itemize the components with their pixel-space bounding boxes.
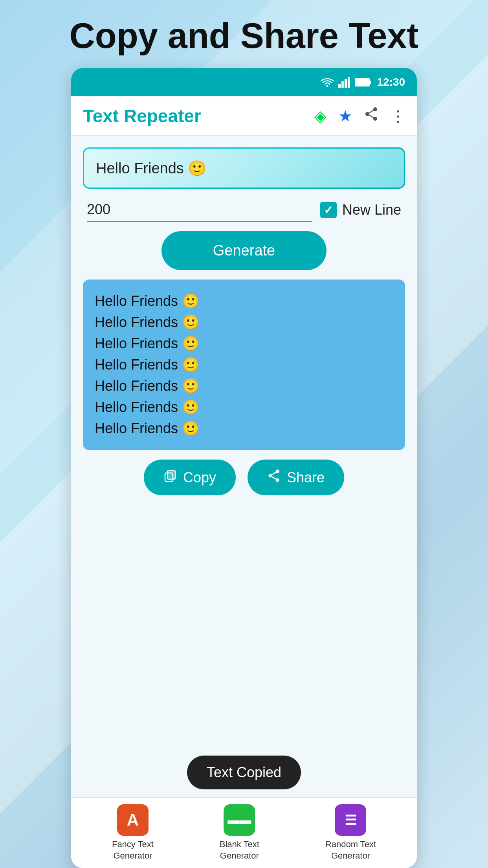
more-options-icon[interactable]: ⋮ [390,107,405,125]
svg-point-0 [327,85,328,87]
app-header: Text Repeater ◈ ★ ⋮ [71,96,417,136]
signal-icon [338,77,351,88]
svg-line-11 [367,114,375,119]
output-line-2: Hello Friends 🙂 [95,312,393,333]
output-line-1: Hello Friends 🙂 [95,291,393,312]
page-title: Copy and Share Text [46,0,442,68]
header-share-icon[interactable] [364,107,378,125]
svg-line-18 [270,476,277,480]
output-line-3: Hello Friends 🙂 [95,333,393,354]
text-input[interactable] [84,149,404,188]
app-title: Text Repeater [83,105,314,127]
nav-item-random-text[interactable]: ☰ Random TextGenerator [325,804,376,861]
battery-icon [355,77,372,87]
blank-text-label: Blank TextGenerator [220,839,259,861]
nav-item-fancy-text[interactable]: A Fancy TextGenerator [112,804,154,861]
repeat-count-input[interactable] [87,198,312,222]
status-bar: 12:30 [71,68,417,96]
star-icon[interactable]: ★ [338,107,352,125]
wifi-icon [320,77,334,88]
new-line-checkbox[interactable]: ✓ [320,202,337,218]
toast-area: Text Copied [71,748,417,797]
fancy-text-label: Fancy TextGenerator [112,839,154,861]
copy-button[interactable]: Copy [144,460,236,495]
output-area: Hello Friends 🙂 Hello Friends 🙂 Hello Fr… [83,280,405,450]
new-line-text: New Line [342,202,401,218]
svg-rect-1 [338,84,341,88]
random-text-label: Random TextGenerator [325,839,376,861]
svg-line-10 [367,109,375,114]
action-buttons: Copy Share [83,460,405,495]
random-text-icon: ☰ [335,804,366,836]
toast-message: Text Copied [187,756,301,789]
bottom-nav: A Fancy TextGenerator ▬▬ Blank TextGener… [71,797,417,868]
fancy-text-icon: A [117,804,149,836]
output-line-7: Hello Friends 🙂 [95,418,393,439]
share-label: Share [287,469,325,486]
svg-rect-13 [167,471,175,479]
share-btn-icon [267,469,281,486]
app-content: ✓ New Line Generate Hello Friends 🙂 Hell… [71,136,417,748]
nav-item-blank-text[interactable]: ▬▬ Blank TextGenerator [220,804,259,861]
new-line-label[interactable]: ✓ New Line [320,202,401,218]
svg-rect-5 [355,78,369,86]
svg-rect-4 [348,77,350,88]
copy-label: Copy [183,469,216,486]
svg-rect-6 [370,81,371,84]
phone-frame: 12:30 Text Repeater ◈ ★ ⋮ [71,68,417,868]
blank-text-icon: ▬▬ [224,804,255,836]
text-input-wrapper [83,147,405,189]
share-button[interactable]: Share [248,460,344,495]
status-icons [320,77,372,88]
svg-rect-3 [345,79,347,88]
svg-line-17 [270,471,277,476]
status-time: 12:30 [377,76,405,88]
svg-rect-2 [341,81,344,88]
copy-icon [163,469,177,486]
output-line-4: Hello Friends 🙂 [95,354,393,375]
generate-button[interactable]: Generate [161,231,327,270]
header-actions: ◈ ★ ⋮ [314,107,405,125]
output-line-6: Hello Friends 🙂 [95,397,393,418]
output-line-5: Hello Friends 🙂 [95,375,393,397]
diamond-icon[interactable]: ◈ [314,107,327,125]
options-row: ✓ New Line [83,198,405,222]
